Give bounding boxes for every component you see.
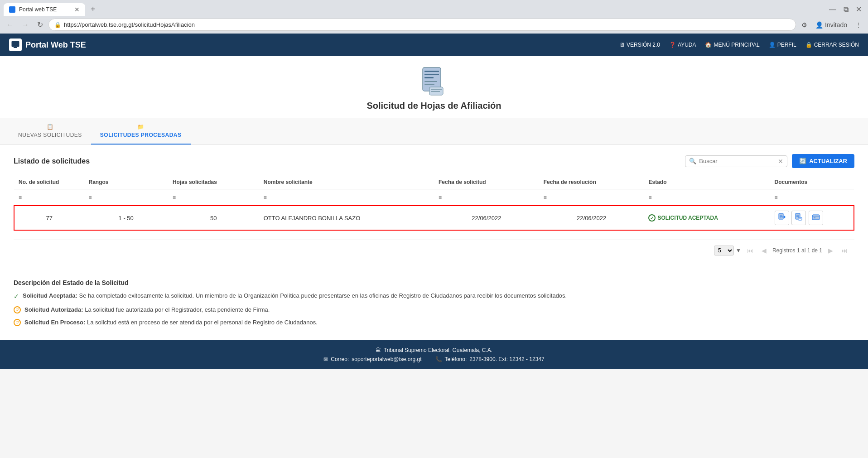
nuevas-icon: 📋 <box>47 124 54 130</box>
profile-button[interactable]: 👤 Invitado <box>813 20 850 30</box>
app-logo: Portal Web TSE <box>9 39 619 51</box>
filter-icon-4: ≡ <box>439 194 442 201</box>
phone-icon: 📞 <box>435 356 442 362</box>
nav-perfil[interactable]: 👤 PERFIL <box>769 42 796 48</box>
svg-rect-9 <box>424 84 434 85</box>
filter-icon-6: ≡ <box>648 194 651 201</box>
table-actions: 🔍 ✕ 🔄 ACTUALIZAR <box>685 154 854 168</box>
home-icon: 🏠 <box>705 42 712 48</box>
cell-no-solicitud: 77 <box>14 206 84 230</box>
search-clear-button[interactable]: ✕ <box>778 158 783 165</box>
col-header-rangos: Rangos <box>84 175 168 189</box>
desc-text-proceso: Solicitud En Proceso: La solicitud está … <box>24 318 318 327</box>
browser-tab[interactable]: Portal web TSE ✕ <box>4 3 85 16</box>
table-section: Listado de solicitudes 🔍 ✕ 🔄 ACTUALIZAR … <box>0 145 868 270</box>
cell-nombre: OTTO ALEJANDRO BONILLA SAZO <box>259 206 434 230</box>
description-section: Descripción del Estado de la Solicitud ✓… <box>0 270 868 340</box>
footer-org-name: Tribunal Supremo Electoral. Guatemala, C… <box>384 347 492 353</box>
doc-button-2[interactable] <box>791 211 806 225</box>
footer-email: ✉ Correo: soporteportalweb@tse.org.gt <box>323 356 421 362</box>
nav-version[interactable]: 🖥 VERSIÓN 2.0 <box>619 42 660 48</box>
svg-rect-5 <box>424 71 439 72</box>
cell-documentos <box>770 206 854 230</box>
first-page-button[interactable]: ⏮ <box>745 246 756 255</box>
menu-button[interactable]: ⋮ <box>853 20 864 30</box>
col-header-hojas: Hojas solicitadas <box>168 175 259 189</box>
monitor-icon: 🖥 <box>619 42 625 48</box>
status-label: SOLICITUD ACEPTADA <box>657 215 718 221</box>
tabs-bar: 📋 NUEVAS SOLICITUDES 📁 SOLICITUDES PROCE… <box>0 118 868 145</box>
forward-button[interactable]: → <box>19 19 32 30</box>
extensions-button[interactable]: ⚙ <box>799 20 810 30</box>
footer-email-value: soporteportalweb@tse.org.gt <box>352 356 421 362</box>
footer-email-label: Correo: <box>331 356 349 362</box>
main-content: Solicitud de Hojas de Afiliación 📋 NUEVA… <box>0 56 868 340</box>
tab-solicitudes-procesadas[interactable]: 📁 SOLICITUDES PROCESADAS <box>91 118 191 145</box>
header-nav: 🖥 VERSIÓN 2.0 ❓ AYUDA 🏠 MENÚ PRINCIPAL 👤… <box>619 42 859 48</box>
col-header-estado: Estado <box>644 175 770 189</box>
new-tab-button[interactable]: + <box>87 3 99 16</box>
search-box: 🔍 ✕ <box>685 155 787 167</box>
footer-links: ✉ Correo: soporteportalweb@tse.org.gt 📞 … <box>7 356 861 362</box>
footer-phone: 📞 Teléfono: 2378-3900. Ext: 12342 - 1234… <box>435 356 545 362</box>
col-header-nombre: Nombre solicitante <box>259 175 434 189</box>
tab-title: Portal web TSE <box>19 6 71 13</box>
restore-button[interactable]: ⧉ <box>841 4 851 14</box>
svg-rect-0 <box>12 41 19 47</box>
lock-icon: 🔒 <box>805 42 812 48</box>
nav-menu-principal[interactable]: 🏠 MENÚ PRINCIPAL <box>705 42 759 48</box>
tab-close-button[interactable]: ✕ <box>74 6 80 13</box>
page-header-icon <box>418 65 450 97</box>
app-footer: 🏛 Tribunal Supremo Electoral. Guatemala,… <box>0 340 868 369</box>
table-row: 77 1 - 50 50 OTTO ALEJANDRO BONILLA SAZO… <box>14 206 854 230</box>
page-info: Registros 1 al 1 de 1 <box>772 247 822 254</box>
doc-button-3[interactable] <box>809 211 823 225</box>
lock-icon: 🔒 <box>54 22 61 28</box>
svg-rect-10 <box>429 87 443 95</box>
nav-ayuda[interactable]: ❓ AYUDA <box>669 42 696 48</box>
minimize-button[interactable]: — <box>826 4 839 14</box>
search-icon: 🔍 <box>689 158 696 164</box>
doc-button-1[interactable] <box>775 211 789 225</box>
per-page-select[interactable]: 5 10 25 <box>714 246 734 256</box>
search-input[interactable] <box>699 158 775 164</box>
reload-button[interactable]: ↻ <box>34 19 46 30</box>
tab-nuevas-solicitudes[interactable]: 📋 NUEVAS SOLICITUDES <box>9 118 91 145</box>
back-button[interactable]: ← <box>4 19 16 30</box>
nav-cerrar-sesion[interactable]: 🔒 CERRAR SESIÓN <box>805 42 859 48</box>
refresh-icon: 🔄 <box>799 158 806 164</box>
address-bar[interactable]: 🔒 https://portalweb.tse.org.gt/solicitud… <box>48 19 796 31</box>
page-header: Solicitud de Hojas de Afiliación <box>0 56 868 118</box>
check-icon: ✓ <box>14 292 19 301</box>
close-window-button[interactable]: ✕ <box>853 4 864 14</box>
table-title: Listado de solicitudes <box>14 157 90 165</box>
pagination-row: 5 10 25 ▼ ⏮ ◀ Registros 1 al 1 de 1 ▶ ⏭ <box>14 240 854 261</box>
last-page-button[interactable]: ⏭ <box>839 246 850 255</box>
app-title: Portal Web TSE <box>25 40 86 50</box>
col-header-documentos: Documentos <box>770 175 854 189</box>
cell-fecha-resolucion: 22/06/2022 <box>539 206 644 230</box>
url-text: https://portalweb.tse.org.gt/solicitudHo… <box>64 21 790 28</box>
svg-rect-6 <box>424 74 439 75</box>
next-page-button[interactable]: ▶ <box>826 246 835 255</box>
prev-page-button[interactable]: ◀ <box>759 246 769 255</box>
svg-rect-7 <box>424 77 434 78</box>
svg-rect-8 <box>424 81 437 82</box>
cell-fecha-solicitud: 22/06/2022 <box>434 206 539 230</box>
desc-text-aceptada: Solicitud Aceptada: Se ha completado exi… <box>23 292 567 300</box>
cell-hojas: 50 <box>168 206 259 230</box>
help-icon: ❓ <box>669 42 676 48</box>
tab-favicon <box>9 6 15 13</box>
page-title: Solicitud de Hojas de Afiliación <box>366 101 501 111</box>
refresh-button[interactable]: 🔄 ACTUALIZAR <box>792 154 854 168</box>
footer-org-icon: 🏛 <box>376 347 381 353</box>
clock-icon-autorizada: ⏱ <box>14 306 21 313</box>
footer-logo: 🏛 Tribunal Supremo Electoral. Guatemala,… <box>7 347 861 353</box>
data-table: No. de solicitud Rangos Hojas solicitada… <box>14 175 854 231</box>
description-title: Descripción del Estado de la Solicitud <box>14 279 854 286</box>
filter-icon-0: ≡ <box>19 194 22 201</box>
filter-row: ≡ ≡ ≡ ≡ ≡ ≡ ≡ ≡ <box>14 189 854 206</box>
per-page-selector: 5 10 25 ▼ <box>714 246 741 256</box>
filter-icon-7: ≡ <box>775 194 778 201</box>
footer-phone-value: 2378-3900. Ext: 12342 - 12347 <box>469 356 544 362</box>
